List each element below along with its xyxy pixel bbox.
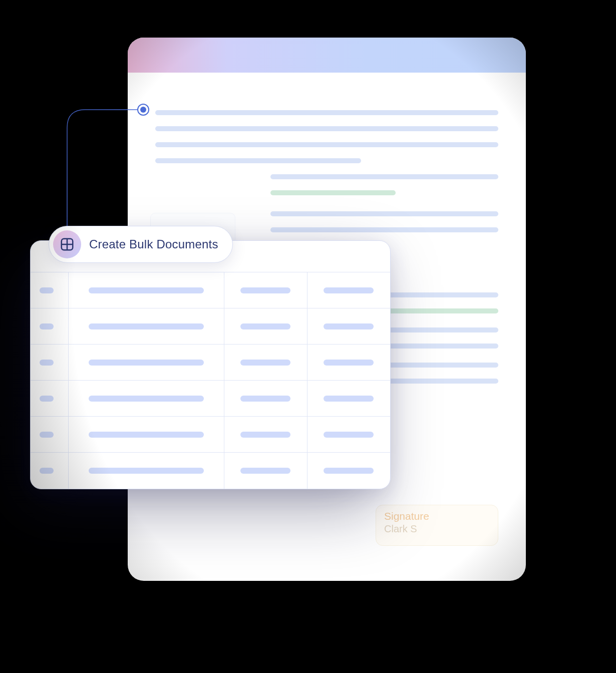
- table-row[interactable]: [31, 417, 390, 453]
- skeleton-cell: [324, 360, 374, 366]
- signature-name: Clark S: [384, 523, 490, 535]
- skeleton-cell: [324, 468, 374, 474]
- skeleton-cell: [89, 432, 204, 438]
- table-cell: [31, 345, 68, 381]
- table-cell: [224, 381, 307, 417]
- feature-pill-label: Create Bulk Documents: [89, 237, 218, 251]
- skeleton-cell: [40, 287, 54, 293]
- skeleton-cell: [240, 360, 290, 366]
- skeleton-cell: [40, 468, 54, 474]
- skeleton-cell: [240, 468, 290, 474]
- table-cell: [224, 272, 307, 308]
- table-cell: [68, 345, 224, 381]
- signature-label: Signature: [384, 510, 490, 522]
- connector-node-icon: [137, 104, 149, 116]
- table-cell: [224, 453, 307, 489]
- skeleton-cell: [40, 396, 54, 402]
- table-cell: [31, 417, 68, 453]
- table-cell: [307, 345, 390, 381]
- skeleton-cell: [240, 396, 290, 402]
- skeleton-cell: [240, 287, 290, 293]
- skeleton-cell: [89, 396, 204, 402]
- skeleton-cell: [240, 323, 290, 329]
- skeleton-cell: [89, 287, 204, 293]
- skeleton-cell: [324, 432, 374, 438]
- window-titlebar: [128, 38, 526, 73]
- table-cell: [307, 272, 390, 308]
- grid-icon: [53, 230, 81, 258]
- data-table: [31, 272, 390, 489]
- skeleton-cell: [240, 432, 290, 438]
- table-cell: [68, 381, 224, 417]
- skeleton-line: [270, 211, 498, 216]
- table-cell: [68, 417, 224, 453]
- skeleton-cell: [89, 468, 204, 474]
- skeleton-cell: [324, 396, 374, 402]
- table-row[interactable]: [31, 453, 390, 489]
- canvas: Signature Clark S Create Bulk Documents: [0, 0, 616, 673]
- skeleton-cell: [324, 287, 374, 293]
- skeleton-line: [270, 174, 498, 179]
- skeleton-line: [155, 158, 361, 163]
- skeleton-cell: [324, 323, 374, 329]
- table-cell: [31, 308, 68, 345]
- table-cell: [307, 417, 390, 453]
- table-cell: [31, 272, 68, 308]
- table-cell: [68, 308, 224, 345]
- table-cell: [307, 453, 390, 489]
- skeleton-highlight: [270, 190, 396, 195]
- table-cell: [224, 345, 307, 381]
- table-cell: [68, 453, 224, 489]
- skeleton-line: [155, 142, 498, 147]
- bulk-documents-card: Create Bulk Documents: [30, 240, 391, 489]
- table-row[interactable]: [31, 381, 390, 417]
- skeleton-line: [270, 227, 498, 232]
- skeleton-cell: [89, 323, 204, 329]
- table-cell: [224, 308, 307, 345]
- skeleton-line: [155, 110, 498, 115]
- feature-pill[interactable]: Create Bulk Documents: [49, 226, 233, 263]
- table-cell: [31, 453, 68, 489]
- table-cell: [31, 381, 68, 417]
- signature-card[interactable]: Signature Clark S: [376, 505, 498, 546]
- table-cell: [68, 272, 224, 308]
- table-cell: [224, 417, 307, 453]
- table-row[interactable]: [31, 272, 390, 308]
- skeleton-cell: [89, 360, 204, 366]
- skeleton-cell: [40, 323, 54, 329]
- table-row[interactable]: [31, 308, 390, 345]
- skeleton-line: [155, 126, 498, 131]
- skeleton-cell: [40, 360, 54, 366]
- table-cell: [307, 308, 390, 345]
- table-row[interactable]: [31, 345, 390, 381]
- table-cell: [307, 381, 390, 417]
- skeleton-cell: [40, 432, 54, 438]
